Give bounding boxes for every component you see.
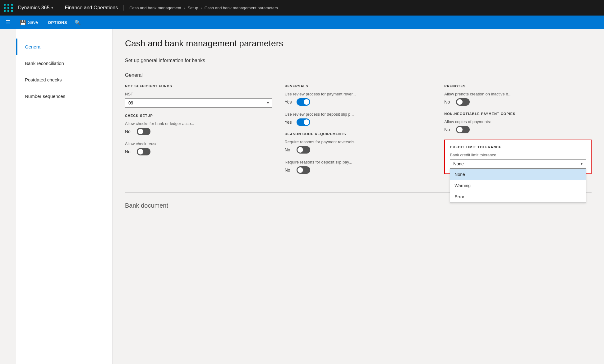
- app-grid-icon[interactable]: [4, 4, 14, 12]
- allow-checks-value: No: [125, 129, 134, 134]
- breadcrumb-item-1[interactable]: Cash and bank management: [129, 6, 181, 10]
- credit-limit-option-warning[interactable]: Warning: [450, 180, 586, 191]
- credit-limit-dropdown-options: None Warning Error: [450, 168, 586, 203]
- options-button[interactable]: OPTIONS: [45, 19, 70, 26]
- prenotes-header: PRENOTES: [444, 84, 592, 88]
- hamburger-icon[interactable]: ☰: [4, 18, 12, 27]
- allow-copies-group: Allow copies of payments: No: [444, 119, 592, 133]
- require-payment-group: Require reasons for payment reversals No: [285, 140, 432, 154]
- sidebar: General Bank reconciliation Postdated ch…: [16, 29, 113, 364]
- review-payment-group: Use review process for payment rever... …: [285, 92, 432, 106]
- allow-prenote-label: Allow prenote creation on inactive b...: [444, 92, 592, 96]
- page-title: Cash and bank management parameters: [125, 39, 592, 48]
- sidebar-item-bank-reconciliation[interactable]: Bank reconciliation: [16, 55, 112, 71]
- reversals-header: REVERSALS: [285, 84, 432, 88]
- require-payment-toggle[interactable]: [297, 146, 310, 154]
- nsf-select[interactable]: 09 ▾: [125, 98, 272, 108]
- allow-checks-label: Allow checks for bank or ledger acco...: [125, 121, 272, 126]
- review-deposit-label: Use review process for deposit slip p...: [285, 112, 432, 117]
- sidebar-item-number-sequences[interactable]: Number sequences: [16, 88, 112, 104]
- breadcrumb-item-3: Cash and bank management parameters: [205, 6, 278, 10]
- nsf-value: 09: [128, 100, 133, 105]
- require-deposit-group: Require reasons for deposit slip pay... …: [285, 160, 432, 174]
- toolbar: ☰ 💾 Save OPTIONS 🔍: [0, 16, 604, 29]
- allow-copies-toggle[interactable]: [456, 126, 470, 133]
- nsf-group: NSF 09 ▾: [125, 92, 272, 108]
- page-wrapper: General Bank reconciliation Postdated ch…: [0, 29, 604, 364]
- allow-copies-value: No: [444, 127, 454, 132]
- credit-limit-header: CREDIT LIMIT TOLERANCE: [450, 145, 586, 149]
- credit-limit-tolerance-box: CREDIT LIMIT TOLERANCE Bank credit limit…: [444, 140, 592, 174]
- review-deposit-value: Yes: [285, 120, 294, 125]
- require-deposit-toggle[interactable]: [297, 166, 310, 174]
- section-divider: [125, 66, 592, 66]
- col-reversals: REVERSALS Use review process for payment…: [285, 84, 432, 180]
- credit-limit-option-none[interactable]: None: [450, 169, 586, 180]
- allow-prenote-value: No: [444, 99, 454, 104]
- main-content: Cash and bank management parameters Set …: [113, 29, 604, 364]
- require-payment-row: No: [285, 146, 432, 154]
- require-deposit-row: No: [285, 166, 432, 174]
- brand-name: Dynamics 365: [18, 5, 49, 11]
- credit-limit-select[interactable]: None ▾: [450, 159, 586, 168]
- search-icon[interactable]: 🔍: [75, 20, 81, 25]
- allow-checks-toggle[interactable]: [137, 128, 150, 135]
- allow-reuse-group: Allow check reuse No: [125, 141, 272, 155]
- review-deposit-toggle[interactable]: [297, 118, 310, 126]
- allow-copies-row: No: [444, 126, 592, 133]
- bank-credit-label: Bank credit limit tolerance: [450, 153, 586, 157]
- review-payment-label: Use review process for payment rever...: [285, 92, 432, 96]
- allow-checks-row: No: [125, 128, 272, 135]
- allow-reuse-label: Allow check reuse: [125, 141, 272, 146]
- col-nsf: NOT SUFFICIENT FUNDS NSF 09 ▾ CHECK SETU…: [125, 84, 272, 162]
- allow-checks-group: Allow checks for bank or ledger acco... …: [125, 121, 272, 135]
- nsf-label: NSF: [125, 92, 272, 96]
- credit-limit-chevron: ▾: [581, 162, 583, 166]
- allow-reuse-row: No: [125, 148, 272, 155]
- reason-code-header: REASON CODE REQUIREMENTS: [285, 132, 432, 136]
- allow-prenote-group: Allow prenote creation on inactive b... …: [444, 92, 592, 106]
- breadcrumb: Cash and bank management › Setup › Cash …: [129, 6, 278, 10]
- save-button[interactable]: 💾 Save: [17, 18, 40, 27]
- review-deposit-group: Use review process for deposit slip p...…: [285, 112, 432, 126]
- save-label: Save: [28, 20, 38, 25]
- bank-document-label: Bank document: [125, 202, 592, 209]
- review-payment-toggle[interactable]: [297, 98, 310, 106]
- credit-limit-option-error[interactable]: Error: [450, 191, 586, 202]
- review-payment-row: Yes: [285, 98, 432, 106]
- top-nav: Dynamics 365 ▾ Finance and Operations Ca…: [0, 0, 604, 16]
- nsf-header: NOT SUFFICIENT FUNDS: [125, 84, 272, 88]
- non-negotiable-header: NON-NEGOTIABLE PAYMENT COPIES: [444, 112, 592, 116]
- params-columns: NOT SUFFICIENT FUNDS NSF 09 ▾ CHECK SETU…: [125, 84, 592, 180]
- credit-limit-value: None: [453, 161, 463, 166]
- nsf-chevron: ▾: [267, 101, 269, 105]
- col-prenotes: PRENOTES Allow prenote creation on inact…: [444, 84, 592, 174]
- allow-reuse-value: No: [125, 149, 134, 154]
- left-panel: [0, 29, 16, 364]
- allow-prenote-toggle[interactable]: [456, 98, 470, 106]
- review-payment-value: Yes: [285, 99, 294, 104]
- breadcrumb-sep-1: ›: [184, 6, 185, 10]
- section-subtitle: Set up general information for banks: [125, 58, 592, 63]
- review-deposit-row: Yes: [285, 118, 432, 126]
- require-deposit-value: No: [285, 168, 294, 173]
- require-payment-value: No: [285, 147, 294, 152]
- brand-chevron: ▾: [51, 6, 53, 10]
- allow-reuse-toggle[interactable]: [137, 148, 150, 155]
- credit-limit-dropdown-container: None ▾ None Warning Error: [450, 159, 586, 168]
- breadcrumb-sep-2: ›: [201, 6, 202, 10]
- allow-copies-label: Allow copies of payments:: [444, 119, 592, 124]
- app-name: Finance and Operations: [65, 5, 124, 11]
- section-heading: General: [125, 72, 592, 78]
- breadcrumb-item-2[interactable]: Setup: [187, 6, 198, 10]
- check-setup-header: CHECK SETUP: [125, 114, 272, 117]
- sidebar-item-postdated-checks[interactable]: Postdated checks: [16, 71, 112, 88]
- brand-section[interactable]: Dynamics 365 ▾: [18, 5, 59, 11]
- save-icon: 💾: [20, 20, 26, 25]
- require-payment-label: Require reasons for payment reversals: [285, 140, 432, 144]
- sidebar-item-general[interactable]: General: [16, 39, 112, 55]
- allow-prenote-row: No: [444, 98, 592, 106]
- require-deposit-label: Require reasons for deposit slip pay...: [285, 160, 432, 164]
